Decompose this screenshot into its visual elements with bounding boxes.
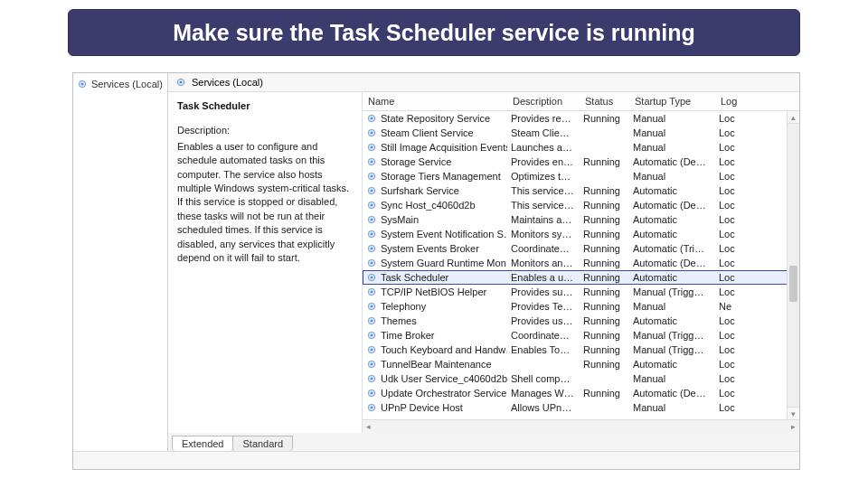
list-header[interactable]: Name Description Status Startup Type Log (363, 92, 799, 111)
col-name[interactable]: Name (363, 92, 507, 110)
service-row[interactable]: Time BrokerCoordinates …RunningManual (T… (363, 328, 799, 343)
service-startup-cell: Automatic (629, 229, 715, 239)
service-logon-cell: Loc (715, 142, 747, 153)
service-row[interactable]: TunnelBear MaintenanceRunningAutomaticLo… (363, 357, 799, 371)
service-row[interactable]: Storage Tiers ManagementOptimizes th…Man… (363, 169, 799, 183)
scroll-track[interactable] (788, 124, 799, 407)
vertical-scrollbar[interactable]: ▴ ▾ (787, 111, 799, 419)
service-status-cell: Running (580, 315, 629, 326)
service-name: Surfshark Service (381, 185, 459, 196)
service-name-cell: Steam Client Service (363, 127, 507, 138)
service-row[interactable]: Sync Host_c4060d2bThis service …RunningA… (363, 198, 799, 212)
service-row[interactable]: System Event Notification S…Monitors sy…… (363, 227, 799, 241)
service-logon-cell: Loc (715, 388, 747, 399)
description-text: Enables a user to configure and schedule… (177, 140, 353, 266)
info-column: Task Scheduler Description: Enables a us… (168, 92, 363, 433)
service-desc-cell: Maintains a… (507, 214, 580, 225)
svg-point-35 (371, 334, 373, 337)
service-row[interactable]: ThemesProvides use…RunningAutomaticLoc (363, 314, 799, 328)
service-logon-cell: Loc (715, 200, 747, 211)
detail-header: Services (Local) (168, 73, 799, 92)
description-label: Description: (177, 124, 353, 137)
selected-service-name: Task Scheduler (177, 99, 353, 113)
service-logon-cell: Loc (715, 171, 747, 182)
scroll-up-icon[interactable]: ▴ (788, 111, 799, 124)
service-startup-cell: Manual (629, 127, 715, 138)
col-status[interactable]: Status (580, 92, 629, 110)
service-row[interactable]: Update Orchestrator ServiceManages Wi…Ru… (363, 386, 799, 400)
service-row[interactable]: SysMainMaintains a…RunningAutomaticLoc (363, 212, 799, 227)
service-name-cell: System Guard Runtime Mon… (363, 258, 507, 268)
service-status-cell: Running (580, 258, 629, 268)
service-row[interactable]: Still Image Acquisition EventsLaunches a… (363, 140, 799, 155)
tree-item-services-local[interactable]: Services (Local) (73, 77, 167, 91)
service-name-cell: Time Broker (363, 330, 507, 341)
service-logon-cell: Loc (715, 185, 747, 196)
service-startup-cell: Automatic (629, 272, 715, 283)
service-row[interactable]: System Guard Runtime Mon…Monitors an…Run… (363, 256, 799, 270)
service-desc-cell: Provides use… (507, 315, 580, 326)
gear-icon (366, 142, 377, 153)
service-row[interactable]: Surfshark ServiceThis service i…RunningA… (363, 183, 799, 198)
service-status-cell: Running (580, 344, 629, 355)
gear-icon (366, 359, 377, 370)
svg-point-29 (371, 291, 373, 294)
col-description[interactable]: Description (507, 92, 580, 110)
service-row[interactable]: Touch Keyboard and Handw…Enables Tou…Run… (363, 343, 799, 357)
svg-point-11 (371, 161, 373, 164)
svg-point-33 (371, 320, 373, 323)
service-row[interactable]: TelephonyProvides Tel…RunningManualNe (363, 299, 799, 314)
col-startup-type[interactable]: Startup Type (629, 92, 715, 110)
service-row[interactable]: TCP/IP NetBIOS HelperProvides sup…Runnin… (363, 285, 799, 299)
gear-icon (366, 330, 377, 341)
service-desc-cell: Coordinates … (507, 330, 580, 341)
service-row[interactable]: System Events BrokerCoordinates …Running… (363, 241, 799, 256)
service-desc-cell: Provides Tel… (507, 301, 580, 312)
gear-icon (366, 272, 377, 283)
gear-icon (366, 388, 377, 399)
service-name-cell: Sync Host_c4060d2b (363, 200, 507, 211)
svg-point-41 (371, 378, 373, 380)
service-startup-cell: Automatic (Tri… (629, 243, 715, 254)
service-name-cell: Udk User Service_c4060d2b (363, 373, 507, 384)
service-logon-cell: Loc (715, 243, 747, 254)
service-name-cell: TCP/IP NetBIOS Helper (363, 286, 507, 297)
service-startup-cell: Automatic (629, 185, 715, 196)
service-desc-cell: This service i… (507, 185, 580, 196)
service-desc-cell: Manages Wi… (507, 388, 580, 399)
service-row[interactable]: Steam Client ServiceSteam Client…ManualL… (363, 126, 799, 140)
service-row[interactable]: State Repository ServiceProvides req…Run… (363, 111, 799, 126)
service-startup-cell: Manual (629, 402, 715, 413)
service-name-cell: Touch Keyboard and Handw… (363, 344, 507, 355)
horizontal-scrollbar[interactable]: ◂ ▸ (363, 419, 799, 433)
service-startup-cell: Manual (629, 373, 715, 384)
tabs-row: Extended Standard (168, 433, 799, 451)
svg-point-15 (371, 190, 373, 192)
service-name: TunnelBear Maintenance (381, 359, 492, 370)
service-status-cell: Running (580, 286, 629, 297)
detail-header-title: Services (Local) (192, 77, 263, 88)
service-row[interactable]: Task SchedulerEnables a us…RunningAutoma… (363, 270, 799, 285)
service-name: Sync Host_c4060d2b (381, 200, 476, 211)
svg-point-21 (371, 233, 373, 236)
tab-extended[interactable]: Extended (172, 436, 233, 451)
service-row[interactable]: Storage ServiceProvides ena…RunningAutom… (363, 155, 799, 169)
tab-standard[interactable]: Standard (232, 436, 293, 451)
svg-point-27 (371, 277, 373, 279)
scroll-down-icon[interactable]: ▾ (788, 407, 799, 419)
service-desc-cell: Monitors sy… (507, 229, 580, 239)
scroll-left-icon[interactable]: ◂ (366, 422, 371, 431)
service-name: Time Broker (381, 330, 435, 341)
gear-icon (366, 373, 377, 384)
tree-pane[interactable]: Services (Local) (73, 73, 168, 451)
svg-point-13 (371, 175, 373, 178)
scroll-thumb[interactable] (789, 266, 797, 302)
service-name: Update Orchestrator Service (381, 388, 506, 399)
service-desc-cell: Shell compo… (507, 373, 580, 384)
service-row[interactable]: Udk User Service_c4060d2bShell compo…Man… (363, 371, 799, 386)
col-logon[interactable]: Log (715, 92, 747, 110)
service-desc-cell: Provides sup… (507, 286, 580, 297)
service-name: SysMain (381, 214, 419, 225)
service-row[interactable]: UPnP Device HostAllows UPnP …ManualLoc (363, 400, 799, 415)
scroll-right-icon[interactable]: ▸ (791, 422, 796, 431)
